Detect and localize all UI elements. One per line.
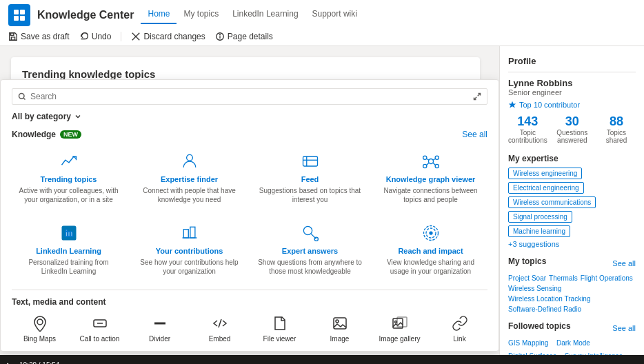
svg-point-35: [429, 231, 432, 234]
tag-wireless-eng[interactable]: Wireless engineering: [508, 168, 582, 179]
svg-rect-0: [14, 10, 19, 14]
knowledge-item-contributions[interactable]: Your contributions See how your contribu…: [132, 218, 246, 280]
trending-topics-icon: [58, 150, 80, 172]
followed-dark-mode[interactable]: Dark Mode: [556, 339, 590, 350]
svg-line-24: [426, 163, 429, 165]
svg-point-21: [435, 164, 439, 168]
contributions-desc: See how your contributions help your org…: [137, 258, 242, 276]
image-icon: [330, 314, 350, 333]
trending-title: Trending knowledge topics: [22, 68, 469, 80]
reach-impact-title: Reach and impact: [398, 247, 463, 255]
topic-sdr[interactable]: Software-Defined Radio: [508, 305, 581, 313]
app-icon: [8, 4, 30, 26]
svg-point-36: [37, 319, 43, 325]
nav-tab-mytopics[interactable]: My topics: [177, 6, 225, 24]
knowledge-item-linkedin[interactable]: in LinkedIn Learning Personalized traini…: [12, 218, 125, 280]
toolbar-separator: [121, 32, 121, 41]
svg-line-25: [432, 163, 435, 165]
followed-survey[interactable]: Survey Intelligence: [565, 352, 623, 355]
sidebar: Profile Lynne Robbins Senior engineer To…: [499, 46, 644, 355]
topic-wireless-loc[interactable]: Wireless Location Tracking: [508, 295, 591, 303]
content-divider[interactable]: Divider: [132, 314, 188, 343]
svg-line-40: [219, 319, 221, 327]
image-label: Image: [330, 335, 350, 343]
svg-point-20: [423, 164, 426, 168]
stat-label-shared: Topicsshared: [597, 129, 636, 144]
search-icon: [18, 92, 26, 101]
tag-machine-learn[interactable]: Machine learning: [508, 225, 570, 237]
content-embed[interactable]: Embed: [192, 314, 248, 343]
nav-tab-support[interactable]: Support wiki: [305, 6, 364, 24]
contributor-badge: Top 10 contributor: [508, 101, 636, 109]
main-content: Trending knowledge topics My colleagues …: [0, 46, 644, 355]
svg-rect-2: [14, 16, 19, 21]
topic-wireless-sensing[interactable]: Wireless Sensing: [508, 285, 561, 292]
embed-label: Embed: [209, 335, 231, 343]
tag-signal-proc[interactable]: Signal processing: [508, 211, 572, 223]
knowledge-item-trending[interactable]: Trending topics Active with your colleag…: [12, 146, 125, 208]
tag-wireless-comm[interactable]: Wireless communications: [508, 196, 596, 208]
nav-tab-home[interactable]: Home: [141, 6, 177, 24]
image-gallery-icon: [390, 314, 410, 333]
topics-section: My topics See all Project Soar Thermals …: [508, 256, 636, 313]
divider-icon: [150, 314, 170, 333]
profile-title: Profile: [508, 56, 636, 66]
knowledge-grid: Trending topics Active with your colleag…: [12, 146, 487, 208]
svg-point-45: [394, 321, 396, 323]
stat-questions: 30 Questionsanswered: [553, 114, 592, 144]
profile-section: Profile Lynne Robbins Senior engineer To…: [508, 56, 636, 144]
discard-changes-button[interactable]: Discard changes: [131, 32, 205, 41]
content-bing-maps[interactable]: Bing Maps: [12, 314, 68, 343]
content-link[interactable]: Link: [432, 314, 487, 343]
page-details-button[interactable]: Page details: [215, 32, 273, 41]
nav-tabs: Home My topics LinkedIn Learning Support…: [141, 6, 364, 24]
play-button[interactable]: ▶: [7, 361, 12, 365]
topic-flight-ops[interactable]: Flight Operations: [581, 274, 633, 282]
followed-section: Followed topics See all GIS Mapping Dark…: [508, 321, 636, 355]
knowledge-label: Knowledge: [12, 130, 56, 139]
content-image[interactable]: Image: [312, 314, 368, 343]
topics-see-all[interactable]: See all: [612, 259, 636, 267]
svg-point-19: [435, 156, 439, 159]
svg-point-18: [423, 156, 426, 159]
topic-project-soar[interactable]: Project Soar: [508, 274, 546, 282]
file-viewer-icon: [270, 314, 290, 333]
knowledge-item-reach[interactable]: Reach and impact View knowledge sharing …: [374, 218, 487, 280]
svg-rect-1: [20, 10, 25, 14]
knowledge-section-header: Knowledge NEW See all: [12, 130, 487, 139]
svg-point-42: [336, 320, 339, 323]
followed-gis[interactable]: GIS Mapping: [508, 339, 548, 350]
see-all-link[interactable]: See all: [462, 130, 487, 139]
knowledge-item-feed[interactable]: Feed Suggestions based on topics that in…: [253, 146, 367, 208]
stat-contributions: 143 Topiccontributions: [508, 114, 547, 144]
graph-viewer-desc: Navigate connections between topics and …: [378, 186, 483, 204]
knowledge-item-expertise[interactable]: Expertise finder Connect with people tha…: [132, 146, 246, 208]
followed-digital[interactable]: Digital Surfaces: [508, 352, 556, 355]
linkedin-title: LinkedIn Learning: [36, 247, 101, 255]
svg-point-8: [219, 34, 220, 35]
content-file-viewer[interactable]: File viewer: [252, 314, 308, 343]
search-input[interactable]: [30, 92, 473, 101]
svg-rect-41: [334, 318, 346, 329]
svg-rect-14: [303, 156, 317, 166]
call-to-action-icon: [90, 314, 110, 333]
content-call-to-action[interactable]: Call to action: [72, 314, 128, 343]
content-section-title: Text, media and content: [12, 290, 487, 307]
expertise-section: My expertise Wireless engineering Electr…: [508, 154, 636, 248]
followed-see-all[interactable]: See all: [612, 324, 636, 332]
expertise-title: My expertise: [508, 154, 636, 163]
svg-line-10: [23, 98, 25, 99]
followed-tags-list: GIS Mapping Dark Mode Digital Surfaces S…: [508, 339, 636, 355]
save-draft-button[interactable]: Save as draft: [8, 32, 70, 41]
content-area: Trending knowledge topics My colleagues …: [0, 46, 499, 355]
topic-thermals[interactable]: Thermals: [549, 274, 578, 282]
knowledge-item-expert[interactable]: Expert answers Show questions from anywh…: [253, 218, 367, 280]
content-image-gallery[interactable]: Image gallery: [372, 314, 427, 343]
expertise-suggestions[interactable]: +3 suggestions: [508, 240, 636, 248]
stat-label-questions: Questionsanswered: [553, 129, 592, 144]
nav-tab-linkedin[interactable]: LinkedIn Learning: [225, 6, 305, 24]
category-dropdown[interactable]: All by category: [12, 112, 487, 121]
knowledge-item-graph[interactable]: Knowledge graph viewer Navigate connecti…: [374, 146, 487, 208]
undo-button[interactable]: Undo: [79, 32, 112, 41]
tag-electrical-eng[interactable]: Electrical engineering: [508, 182, 584, 194]
